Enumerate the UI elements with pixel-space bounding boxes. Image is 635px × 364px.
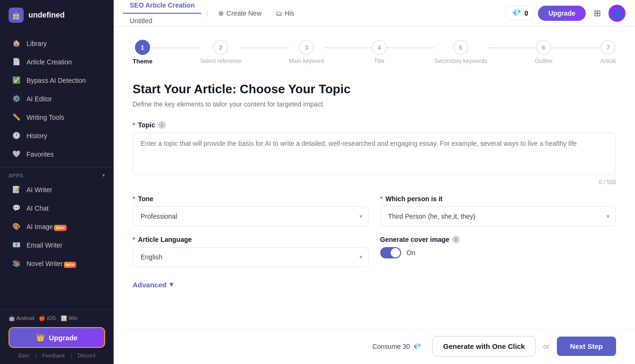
cover-image-field: Generate cover image i On bbox=[380, 236, 617, 267]
gem-icon: 💎 bbox=[512, 9, 521, 18]
language-field: * Article Language EnglishSpanishFrenchG… bbox=[133, 236, 369, 267]
sidebar-item-label: Bypass AI Detection bbox=[27, 77, 86, 84]
sidebar-item-writing-tools[interactable]: ✏️Writing Tools bbox=[4, 108, 110, 126]
topic-required: * bbox=[133, 121, 135, 129]
step-1: 1 Theme bbox=[133, 40, 152, 65]
generate-one-click-button[interactable]: Generate with One Click bbox=[432, 336, 536, 356]
footer-link-feedback[interactable]: Feedback bbox=[42, 353, 65, 358]
sidebar-item-label: History bbox=[27, 132, 47, 140]
step-6: 6 Outline bbox=[535, 40, 553, 64]
ai-chat-app-icon: 💬 bbox=[12, 204, 21, 213]
user-avatar[interactable]: 👤 bbox=[608, 5, 626, 22]
person-select-wrapper: Third Person (he, she,it, they)First Per… bbox=[380, 206, 617, 226]
sidebar-app-label: AI ImageNEW bbox=[27, 223, 67, 231]
cover-info-icon[interactable]: i bbox=[452, 236, 460, 243]
history-button[interactable]: 🗂 His bbox=[270, 7, 300, 20]
footer-link-earn[interactable]: Earn bbox=[18, 353, 29, 358]
sidebar-logo-text: undefined bbox=[28, 11, 64, 19]
apps-items: 📝AI Writer💬AI Chat🎨AI ImageNEW📧Email Wri… bbox=[0, 181, 114, 273]
apps-section-label: Apps ▾ bbox=[0, 168, 114, 180]
tab-seo[interactable]: SEO Article Creation bbox=[123, 0, 201, 14]
plus-icon: ⊕ bbox=[218, 9, 224, 17]
apps-grid-button[interactable]: ⊞ bbox=[589, 5, 606, 22]
cover-image-toggle[interactable] bbox=[380, 247, 401, 258]
language-select[interactable]: EnglishSpanishFrenchGermanItalian bbox=[133, 247, 369, 267]
tone-person-row: * Tone ProfessionalCasualFormalFriendlyI… bbox=[133, 195, 616, 226]
consume-info: Consume 30 💎 bbox=[372, 343, 420, 350]
badge-new: NEW bbox=[54, 225, 67, 231]
tone-select-wrapper: ProfessionalCasualFormalFriendlyInformat… bbox=[133, 206, 369, 226]
step-circle-3[interactable]: 3 bbox=[299, 40, 314, 55]
history-icon: 🕐 bbox=[12, 132, 21, 140]
logo-icon: 🤖 bbox=[9, 8, 24, 23]
topic-textarea[interactable] bbox=[133, 133, 616, 175]
person-select[interactable]: Third Person (he, she,it, they)First Per… bbox=[380, 206, 617, 226]
sidebar-item-article-creation[interactable]: 📄Article Creation bbox=[4, 53, 110, 71]
person-field: * Which person is it Third Person (he, s… bbox=[380, 195, 617, 226]
sidebar-app-ai-writer[interactable]: 📝AI Writer bbox=[4, 181, 110, 199]
main-content: SEO Article CreationUntitled | ⊕ Create … bbox=[114, 0, 635, 364]
step-circle-2[interactable]: 2 bbox=[213, 40, 228, 55]
platform-links: 🤖 Android🍎 iOS🪟 Win bbox=[9, 315, 105, 321]
form-subtitle: Define the key elements to tailor your c… bbox=[133, 100, 616, 108]
sidebar-app-ai-image[interactable]: 🎨AI ImageNEW bbox=[4, 218, 110, 236]
advanced-toggle-button[interactable]: Advanced ▾ bbox=[133, 280, 616, 289]
gems-count: 0 bbox=[524, 9, 528, 17]
platform-ios[interactable]: 🍎 iOS bbox=[39, 315, 55, 321]
sidebar-app-email-writer[interactable]: 📧Email Writer bbox=[4, 236, 110, 254]
step-connector-2 bbox=[241, 47, 289, 48]
char-count: 0 / 500 bbox=[133, 179, 616, 186]
sidebar-app-novel-writer[interactable]: 📚Novel WriterNEW bbox=[4, 255, 110, 273]
step-circle-6[interactable]: 6 bbox=[536, 40, 551, 55]
step-connector-6 bbox=[553, 47, 600, 48]
nav-items: 🏠Library📄Article Creation✅Bypass AI Dete… bbox=[0, 35, 114, 163]
sidebar-item-history[interactable]: 🕐History bbox=[4, 127, 110, 145]
sidebar-item-ai-editor[interactable]: ⚙️AI Editor bbox=[4, 90, 110, 108]
sidebar-app-ai-chat[interactable]: 💬AI Chat bbox=[4, 199, 110, 217]
history-icon: 🗂 bbox=[276, 9, 282, 17]
step-4: 4 Title bbox=[372, 40, 387, 64]
step-circle-5[interactable]: 5 bbox=[453, 40, 468, 55]
sidebar-app-label: AI Writer bbox=[27, 186, 52, 194]
step-5: 5 Secondary keywords bbox=[434, 40, 487, 64]
step-circle-7[interactable]: 7 bbox=[600, 40, 616, 55]
sidebar-item-bypass-ai[interactable]: ✅Bypass AI Detection bbox=[4, 71, 110, 89]
step-circle-1: 1 bbox=[135, 40, 150, 55]
ai-writer-app-icon: 📝 bbox=[12, 186, 21, 194]
crown-icon: 👑 bbox=[36, 333, 45, 342]
cover-image-on-label: On bbox=[407, 249, 416, 257]
sidebar-item-favorites[interactable]: 🤍Favorites bbox=[4, 145, 110, 163]
sidebar-item-library[interactable]: 🏠Library bbox=[4, 35, 110, 53]
step-circle-4[interactable]: 4 bbox=[372, 40, 387, 55]
step-label-7: Article bbox=[600, 58, 616, 64]
tone-label: * Tone bbox=[133, 195, 369, 203]
sidebar-item-label: Article Creation bbox=[27, 58, 72, 66]
create-new-button[interactable]: ⊕ Create New bbox=[213, 7, 267, 20]
platform-android[interactable]: 🤖 Android bbox=[9, 315, 34, 321]
sidebar-nav: 🏠Library📄Article Creation✅Bypass AI Dete… bbox=[0, 30, 114, 309]
footer-link-discord[interactable]: Discord bbox=[78, 353, 95, 358]
cover-image-label: Generate cover image i bbox=[380, 236, 617, 243]
badge-new: NEW bbox=[64, 262, 77, 268]
step-label-2: Select reference bbox=[200, 58, 241, 64]
step-3: 3 Main keyword bbox=[289, 40, 324, 64]
gems-badge: 💎 0 bbox=[505, 6, 535, 20]
advanced-section: Advanced ▾ bbox=[133, 280, 616, 289]
person-label: * Which person is it bbox=[380, 195, 617, 203]
apps-section: Apps ▾ 📝AI Writer💬AI Chat🎨AI ImageNEW📧Em… bbox=[0, 167, 114, 273]
advanced-label: Advanced bbox=[133, 281, 167, 289]
platform-win[interactable]: 🪟 Win bbox=[61, 315, 78, 321]
step-connector-3 bbox=[324, 47, 371, 48]
stepper: 1 Theme 2 Select reference 3 Main keywor… bbox=[133, 40, 616, 65]
upgrade-nav-button[interactable]: Upgrade bbox=[538, 6, 586, 21]
or-text: or bbox=[543, 343, 549, 350]
upgrade-button[interactable]: 👑 Upgrade bbox=[9, 327, 105, 348]
bottom-bar: Consume 30 💎 Generate with One Click or … bbox=[114, 328, 635, 364]
topic-info-icon[interactable]: i bbox=[158, 121, 166, 129]
sidebar-item-label: Favorites bbox=[27, 151, 54, 158]
tone-select[interactable]: ProfessionalCasualFormalFriendlyInformat… bbox=[133, 206, 369, 226]
advanced-chevron-icon: ▾ bbox=[170, 280, 173, 289]
sidebar: 🤖 undefined 🏠Library📄Article Creation✅By… bbox=[0, 0, 114, 364]
next-step-button[interactable]: Next Step bbox=[557, 337, 616, 356]
tone-field: * Tone ProfessionalCasualFormalFriendlyI… bbox=[133, 195, 369, 226]
